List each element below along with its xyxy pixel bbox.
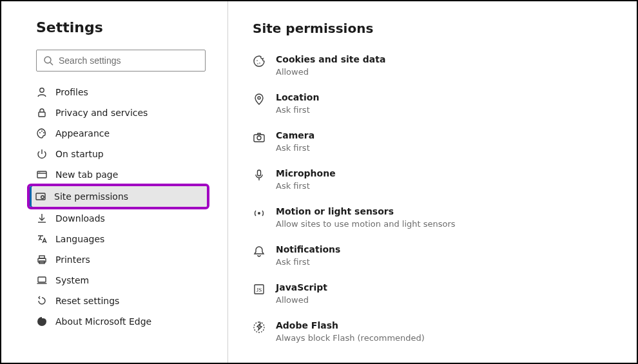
nav-reset[interactable]: Reset settings: [31, 291, 206, 311]
perm-title: Location: [276, 92, 319, 102]
perm-sub: Allowed: [276, 67, 385, 77]
settings-nav: Profiles Privacy and services Appearance…: [31, 82, 206, 332]
perm-title: Cookies and site data: [276, 54, 385, 64]
javascript-icon: JS: [253, 283, 266, 296]
perm-sub: Allowed: [276, 295, 327, 305]
perm-camera[interactable]: Camera Ask first: [253, 130, 612, 153]
settings-heading: Settings: [36, 19, 206, 35]
svg-point-10: [40, 172, 41, 173]
perm-cookies[interactable]: Cookies and site data Allowed: [253, 54, 612, 77]
perm-javascript[interactable]: JS JavaScript Allowed: [253, 282, 612, 305]
perm-notifications[interactable]: Notifications Ask first: [253, 244, 612, 267]
nav-printers[interactable]: Printers: [31, 249, 206, 270]
perm-sub: Ask first: [276, 105, 319, 115]
cookie-icon: [253, 55, 266, 68]
nav-downloads[interactable]: Downloads: [31, 208, 206, 229]
location-icon: [253, 93, 266, 106]
edge-icon: [36, 316, 48, 327]
svg-line-1: [50, 62, 53, 65]
search-input[interactable]: [59, 55, 198, 66]
nav-label: Site permissions: [54, 191, 128, 202]
svg-point-29: [257, 136, 261, 140]
page-title: Site permissions: [253, 21, 612, 36]
perm-title: Camera: [276, 130, 314, 140]
nav-label: On startup: [55, 149, 104, 159]
svg-point-26: [257, 63, 258, 64]
perm-title: Microphone: [276, 168, 336, 178]
svg-point-4: [39, 132, 41, 133]
svg-rect-3: [39, 112, 45, 117]
motion-icon: [253, 207, 266, 220]
perm-sub: Always block Flash (recommended): [276, 333, 425, 343]
highlight-box: Site permissions: [27, 184, 209, 209]
svg-rect-30: [258, 170, 261, 176]
nav-label: New tab page: [55, 169, 118, 180]
search-box[interactable]: [36, 50, 206, 72]
nav-label: About Microsoft Edge: [55, 316, 151, 327]
perm-title: Motion or light sensors: [276, 206, 456, 216]
perm-flash[interactable]: Adobe Flash Always block Flash (recommen…: [253, 320, 612, 343]
perm-sub: Ask first: [276, 181, 336, 191]
nav-label: Profiles: [55, 87, 88, 97]
settings-content: Site permissions Cookies and site data A…: [228, 1, 637, 363]
perm-location[interactable]: Location Ask first: [253, 92, 612, 115]
nav-label: System: [55, 275, 89, 285]
nav-site-permissions[interactable]: Site permissions: [30, 186, 207, 207]
nav-newtab[interactable]: New tab page: [31, 164, 206, 185]
lock-icon: [36, 107, 48, 119]
nav-label: Reset settings: [55, 296, 119, 306]
nav-languages[interactable]: Languages: [31, 229, 206, 249]
perm-title: JavaScript: [276, 282, 327, 292]
svg-rect-20: [39, 256, 44, 258]
svg-point-5: [41, 131, 43, 132]
perm-sub: Allow sites to use motion and light sens…: [276, 219, 456, 229]
svg-point-0: [44, 57, 51, 63]
permissions-icon: [35, 191, 46, 202]
nav-privacy[interactable]: Privacy and services: [31, 102, 206, 123]
svg-point-27: [258, 97, 260, 99]
perm-title: Adobe Flash: [276, 320, 425, 330]
perm-sub: Ask first: [276, 143, 314, 153]
svg-point-12: [41, 196, 44, 199]
flash-icon: [253, 321, 266, 334]
nav-system[interactable]: System: [31, 270, 206, 291]
svg-rect-7: [37, 171, 46, 178]
svg-point-25: [259, 62, 260, 64]
camera-icon: [253, 131, 266, 144]
nav-appearance[interactable]: Appearance: [31, 123, 206, 144]
svg-rect-22: [38, 277, 46, 282]
power-icon: [36, 148, 48, 160]
download-icon: [36, 213, 48, 224]
printer-icon: [36, 254, 48, 265]
svg-point-9: [39, 172, 39, 173]
nav-profiles[interactable]: Profiles: [31, 82, 206, 102]
bell-icon: [253, 245, 266, 258]
language-icon: [36, 233, 48, 245]
perm-title: Notifications: [276, 244, 340, 254]
nav-label: Privacy and services: [55, 108, 148, 118]
microphone-icon: [253, 169, 266, 182]
reset-icon: [36, 295, 48, 307]
nav-label: Appearance: [55, 128, 110, 139]
tab-icon: [36, 169, 48, 180]
nav-startup[interactable]: On startup: [31, 144, 206, 164]
nav-label: Printers: [55, 254, 90, 265]
svg-point-32: [258, 212, 260, 215]
palette-icon: [36, 128, 48, 139]
search-icon: [43, 55, 53, 66]
nav-label: Languages: [55, 234, 104, 244]
person-icon: [36, 86, 48, 98]
svg-point-24: [256, 60, 258, 61]
nav-label: Downloads: [55, 213, 105, 224]
laptop-icon: [36, 274, 48, 286]
perm-microphone[interactable]: Microphone Ask first: [253, 168, 612, 191]
svg-point-6: [43, 132, 44, 133]
svg-text:JS: JS: [256, 287, 262, 293]
svg-point-2: [40, 88, 44, 92]
perm-sub: Ask first: [276, 257, 340, 267]
perm-motion[interactable]: Motion or light sensors Allow sites to u…: [253, 206, 612, 229]
nav-about[interactable]: About Microsoft Edge: [31, 311, 206, 332]
settings-sidebar: Settings Profiles Privacy and services A…: [1, 1, 228, 363]
